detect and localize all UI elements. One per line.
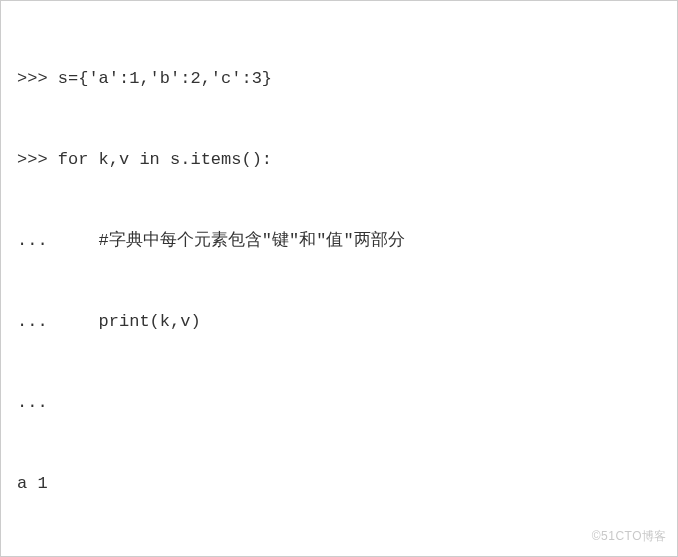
python-repl-block: >>> s={'a':1,'b':2,'c':3} >>> for k,v in… [17, 11, 661, 557]
code-line: b 2 [17, 551, 661, 557]
code-line: >>> for k,v in s.items(): [17, 146, 661, 173]
code-line: ... [17, 389, 661, 416]
code-line: a 1 [17, 470, 661, 497]
watermark-text: ©51CTO博客 [592, 523, 667, 550]
code-line: >>> s={'a':1,'b':2,'c':3} [17, 65, 661, 92]
code-line: ... #字典中每个元素包含"键"和"值"两部分 [17, 227, 661, 254]
code-line: ... print(k,v) [17, 308, 661, 335]
